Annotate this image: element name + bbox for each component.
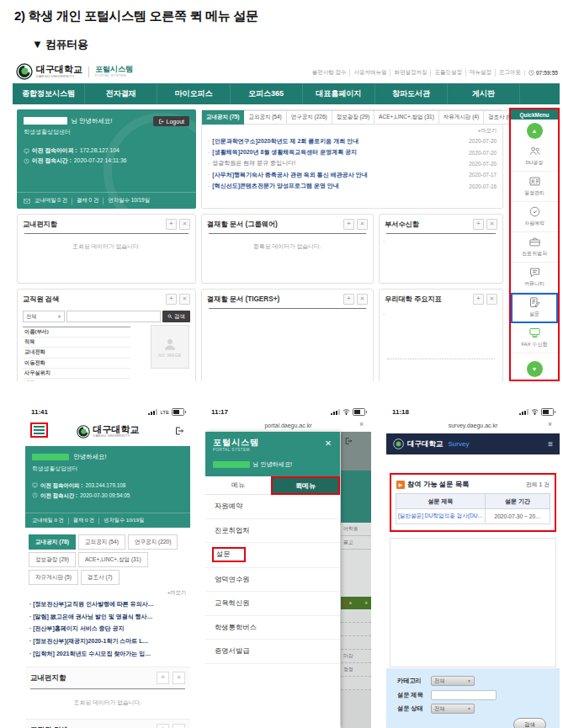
notice-row[interactable]: · [입학처] 2021학년도 수시모집 찾아가는 입… [29, 648, 186, 661]
approval-count[interactable]: 결재 0 건 [77, 197, 98, 205]
nav-my-office[interactable]: 마이오피스 [157, 83, 229, 104]
widget-close-button[interactable]: × [173, 724, 185, 728]
tab-external-notice[interactable]: 교외공지 (54) [78, 534, 125, 550]
logout-button[interactable]: Logout [153, 116, 189, 126]
search-button[interactable]: 검색 [513, 718, 546, 728]
close-icon[interactable]: × [359, 420, 364, 428]
widget-add-button[interactable]: + [157, 724, 169, 728]
notice-row[interactable]: · [생활체육]2020년 8월 생활체육교육센터 운영계획 공지 2020-0… [208, 146, 497, 157]
hamburger-menu-icon[interactable]: ≡ [548, 439, 553, 449]
tab-research-notice[interactable]: 연구공지 (220) [128, 534, 178, 550]
leave-days[interactable]: 연차일수 10/19일 [108, 197, 150, 205]
close-icon[interactable]: × [548, 420, 552, 428]
indicator-slider[interactable] [387, 359, 495, 359]
widget-close-button[interactable]: × [486, 219, 497, 230]
widget-add-button[interactable]: + [166, 219, 177, 230]
notice-row[interactable]: · [혁신선도]콘텐츠전문가 양성프로그램 운영 안내 2020-07-16 [208, 181, 497, 192]
more-link[interactable]: +더보기 [25, 585, 190, 598]
mail-count[interactable]: 교내메일 0 건 [32, 517, 64, 524]
notice-row[interactable]: · [인문과학연구소]2020학년도 제 2회 콜로키움 개최 안내 2020-… [208, 136, 497, 146]
tab-free-board[interactable]: 자유게시판 (5) [29, 570, 78, 585]
tab-info-plaza[interactable]: 정보광장 (29) [29, 552, 76, 567]
tab-family-events[interactable]: 경조사 (7) [81, 570, 120, 585]
drawer-item-education-innovation[interactable]: 교육혁신원 [205, 592, 340, 616]
link-portlet-settings[interactable]: 포틀릿설정 [430, 69, 465, 77]
staff-filter-select[interactable]: 전체▼ [23, 311, 65, 322]
notice-row[interactable]: · [정보전산부]교직원 인사발령에 따른 유의사… [29, 598, 186, 611]
category-select[interactable]: 전체▼ [431, 676, 475, 686]
nav-office365[interactable]: 오피스365 [230, 83, 302, 104]
widget-close-button[interactable]: × [357, 219, 368, 230]
drawer-item-resource-reservation[interactable]: 자원예약 [205, 495, 340, 519]
tab-ace-linc[interactable]: ACE+,LINC+,창업 (31) [374, 110, 439, 125]
quickmenu-scroll-up-button[interactable]: ▲ [527, 123, 543, 139]
portal-logo[interactable]: 대구대학교 DAEGU UNIVERSITY 포털시스템 PORTAL SYST… [16, 63, 133, 80]
link-manual[interactable]: 사용자매뉴얼 [349, 69, 390, 77]
quickmenu-item-community[interactable]: 커뮤니티 [511, 263, 558, 293]
more-link[interactable]: +더보기 [202, 125, 502, 136]
quickmenu-item-resource-reservation[interactable]: 자원예약 [511, 202, 558, 232]
widget-close-button[interactable]: × [357, 294, 368, 305]
link-feedback[interactable]: 불편사항 접수 [309, 69, 350, 77]
nav-integrated-info[interactable]: 종합정보시스템 [13, 83, 84, 104]
drawer-item-yeongdeok-center[interactable]: 영덕연수원 [205, 568, 340, 592]
browser-url-bar[interactable]: survey.daegu.ac.kr × [386, 418, 560, 432]
widget-add-button[interactable]: + [473, 294, 484, 305]
tab-ace-linc[interactable]: ACE+,LINC+,창업 (31) [78, 552, 148, 567]
tab-menu[interactable]: 메뉴 [205, 476, 271, 495]
notice-row[interactable]: · [전산부]홈페이지 서비스 중단 공지 [29, 623, 186, 635]
tab-external-notice[interactable]: 교외공지 (54) [244, 110, 286, 125]
notice-row[interactable]: · [정보전산부](재공지)2020-1학기 스마트 L… [29, 635, 186, 648]
browser-url-bar[interactable]: portal.daegu.ac.kr × [205, 418, 371, 432]
nav-library[interactable]: 창파도서관 [374, 83, 447, 104]
drawer-close-icon[interactable]: ✕ [325, 438, 332, 448]
drawer-item-student-bus[interactable]: 학생통학버스 [205, 616, 340, 640]
link-menu-settings[interactable]: 메뉴설정 [465, 69, 495, 77]
survey-title-link[interactable]: [일반설문] DU학업적응 검사(DU… [396, 509, 486, 524]
mail-count[interactable]: 교내메일 0 건 [35, 197, 67, 205]
notice-title[interactable]: 영광학원은 현재 분규 중입니다! [212, 159, 459, 167]
widget-add-button[interactable]: + [166, 294, 177, 305]
tab-research-notice[interactable]: 연구공지 (226) [287, 110, 332, 125]
widget-add-button[interactable]: + [343, 294, 354, 305]
widget-add-button[interactable]: + [157, 672, 169, 684]
quickmenu-item-du-plaza[interactable]: DU광장 [511, 141, 558, 172]
survey-title-input[interactable] [431, 690, 497, 700]
tab-free-board[interactable]: 자유게시판 (4) [439, 110, 484, 125]
staff-search-button[interactable]: 검색 [162, 311, 190, 322]
quickmenu-item-survey[interactable]: 설문 [511, 293, 558, 323]
tab-info-plaza[interactable]: 정보광장 (29) [332, 110, 374, 125]
widget-add-button[interactable]: + [473, 219, 484, 230]
link-save-screen[interactable]: 화면설정저장 [390, 69, 430, 77]
notice-title[interactable]: [사무처]행복기숙사 증축공사 관련 옥외 통신 배관공사 안내 [212, 171, 459, 179]
drawer-item-survey[interactable]: 설문 [205, 543, 340, 568]
staff-search-input[interactable] [66, 311, 161, 322]
hamburger-menu-icon[interactable] [30, 422, 48, 438]
widget-close-button[interactable]: × [486, 294, 497, 305]
quickmenu-scroll-down-button[interactable]: ▼ [527, 361, 543, 377]
notice-row[interactable]: · 영광학원은 현재 분규 중입니다! 2020-07-20 [208, 158, 497, 169]
tab-campus-notice[interactable]: 교내공지 (78) [29, 534, 76, 550]
tab-campus-notice[interactable]: 교내공지 (75) [202, 110, 244, 125]
drawer-item-certificate-issue[interactable]: 증명서발급 [205, 640, 340, 664]
app-logo[interactable]: 대구대학교DAEGU UNIVERSITY [77, 425, 140, 438]
widget-add-button[interactable]: + [343, 219, 354, 230]
approval-count[interactable]: 결재 0 건 [73, 517, 94, 524]
notice-title[interactable]: [생활체육]2020년 8월 생활체육교육센터 운영계획 공지 [212, 148, 459, 157]
widget-close-button[interactable]: × [173, 672, 185, 684]
quickmenu-item-schedule[interactable]: 일정관리 [511, 172, 558, 202]
leave-days[interactable]: 연차일수 10/19일 [104, 517, 144, 524]
drawer-item-career-center[interactable]: 진로취업처 [205, 519, 340, 544]
notice-row[interactable]: · [알림] 故고은애 권사님 발인 및 영결식 행사… [29, 611, 186, 624]
tab-quickmenu[interactable]: 퀵메뉴 [271, 476, 340, 495]
widget-close-button[interactable]: × [179, 294, 190, 305]
quickmenu-item-fax-inbox[interactable]: FAX 수신함 [511, 323, 558, 353]
nav-main-homepage[interactable]: 대표홈페이지 [302, 83, 374, 104]
nav-e-approval[interactable]: 전자결재 [84, 83, 157, 104]
survey-status-select[interactable]: 전체▼ [431, 704, 475, 714]
notice-title[interactable]: [인문과학연구소]2020학년도 제 2회 콜로키움 개최 안내 [212, 137, 459, 146]
link-logout[interactable]: 로그아웃 [495, 69, 524, 77]
widget-close-button[interactable]: × [179, 219, 190, 230]
notice-title[interactable]: [혁신선도]콘텐츠전문가 양성프로그램 운영 안내 [212, 182, 459, 190]
notice-row[interactable]: · [사무처]행복기숙사 증축공사 관련 옥외 통신 배관공사 안내 2020-… [208, 169, 497, 180]
